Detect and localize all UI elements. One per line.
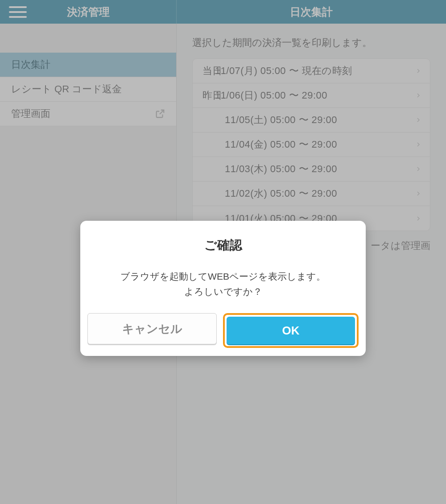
- dialog-message-line: ブラウザを起動してWEBページを表示します。: [120, 271, 326, 281]
- ok-button-label: OK: [282, 324, 300, 338]
- dialog-message: ブラウザを起動してWEBページを表示します。 よろしいですか？: [80, 269, 366, 299]
- cancel-button-label: キャンセル: [122, 321, 182, 337]
- ok-button-highlight: OK: [223, 313, 359, 348]
- dialog-title: ご確認: [80, 237, 366, 254]
- ok-button[interactable]: OK: [227, 317, 355, 344]
- cancel-button[interactable]: キャンセル: [87, 313, 217, 344]
- dialog-message-line: よろしいですか？: [184, 286, 262, 297]
- confirm-dialog: ご確認 ブラウザを起動してWEBページを表示します。 よろしいですか？ キャンセ…: [80, 221, 366, 356]
